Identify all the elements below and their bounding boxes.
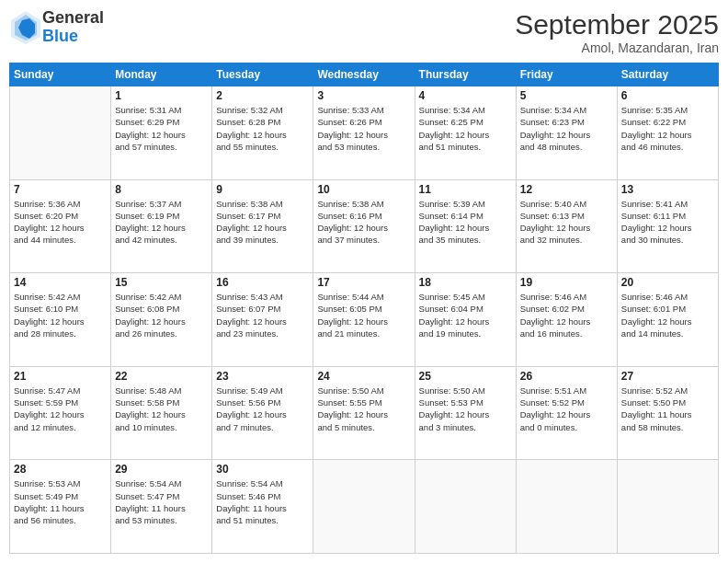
table-row: 14Sunrise: 5:42 AM Sunset: 6:10 PM Dayli… (10, 273, 111, 367)
table-row: 5Sunrise: 5:34 AM Sunset: 6:23 PM Daylig… (516, 86, 617, 180)
table-row: 25Sunrise: 5:50 AM Sunset: 5:53 PM Dayli… (415, 366, 516, 460)
header-monday: Monday (111, 63, 212, 86)
table-row: 18Sunrise: 5:45 AM Sunset: 6:04 PM Dayli… (415, 273, 516, 367)
day-info: Sunrise: 5:43 AM Sunset: 6:07 PM Dayligh… (216, 291, 309, 339)
table-row: 17Sunrise: 5:44 AM Sunset: 6:05 PM Dayli… (313, 273, 415, 367)
day-number: 29 (115, 463, 208, 476)
day-number: 19 (520, 276, 613, 289)
day-number: 1 (115, 89, 208, 102)
logo: General Blue (9, 9, 104, 46)
day-info: Sunrise: 5:37 AM Sunset: 6:19 PM Dayligh… (115, 198, 208, 247)
day-info: Sunrise: 5:52 AM Sunset: 5:50 PM Dayligh… (621, 385, 714, 433)
table-row: 20Sunrise: 5:46 AM Sunset: 6:01 PM Dayli… (617, 273, 718, 367)
day-info: Sunrise: 5:40 AM Sunset: 6:13 PM Dayligh… (520, 198, 613, 247)
logo-icon (9, 9, 42, 46)
table-row: 9Sunrise: 5:38 AM Sunset: 6:17 PM Daylig… (212, 179, 313, 273)
table-row: 27Sunrise: 5:52 AM Sunset: 5:50 PM Dayli… (617, 366, 718, 460)
day-number: 11 (419, 183, 512, 196)
day-number: 9 (216, 183, 309, 196)
day-info: Sunrise: 5:44 AM Sunset: 6:05 PM Dayligh… (317, 291, 410, 339)
logo-text: General Blue (42, 9, 104, 46)
day-number: 27 (621, 370, 714, 383)
table-row: 13Sunrise: 5:41 AM Sunset: 6:11 PM Dayli… (617, 179, 718, 273)
table-row: 24Sunrise: 5:50 AM Sunset: 5:55 PM Dayli… (313, 366, 415, 460)
table-row: 22Sunrise: 5:48 AM Sunset: 5:58 PM Dayli… (111, 366, 212, 460)
day-number: 7 (14, 183, 107, 196)
day-info: Sunrise: 5:42 AM Sunset: 6:10 PM Dayligh… (14, 291, 107, 339)
day-number: 30 (216, 463, 309, 476)
day-number: 18 (419, 276, 512, 289)
day-info: Sunrise: 5:45 AM Sunset: 6:04 PM Dayligh… (419, 291, 512, 339)
week-row-2: 7Sunrise: 5:36 AM Sunset: 6:20 PM Daylig… (10, 179, 719, 273)
day-info: Sunrise: 5:42 AM Sunset: 6:08 PM Dayligh… (115, 291, 208, 339)
day-number: 4 (419, 89, 512, 102)
month-title: September 2025 (515, 9, 719, 40)
day-info: Sunrise: 5:36 AM Sunset: 6:20 PM Dayligh… (14, 198, 107, 247)
table-row (10, 86, 111, 180)
logo-general: General (42, 9, 104, 28)
day-info: Sunrise: 5:54 AM Sunset: 5:47 PM Dayligh… (115, 477, 208, 526)
table-row: 6Sunrise: 5:35 AM Sunset: 6:22 PM Daylig… (617, 86, 718, 180)
table-row (415, 460, 516, 554)
day-info: Sunrise: 5:32 AM Sunset: 6:28 PM Dayligh… (216, 104, 309, 153)
day-info: Sunrise: 5:53 AM Sunset: 5:49 PM Dayligh… (14, 477, 107, 526)
day-info: Sunrise: 5:38 AM Sunset: 6:16 PM Dayligh… (317, 198, 410, 247)
page: General Blue September 2025 Amol, Mazand… (0, 0, 728, 563)
table-row: 26Sunrise: 5:51 AM Sunset: 5:52 PM Dayli… (516, 366, 617, 460)
day-number: 6 (621, 89, 714, 102)
day-info: Sunrise: 5:51 AM Sunset: 5:52 PM Dayligh… (520, 385, 613, 433)
header-wednesday: Wednesday (313, 63, 415, 86)
week-row-4: 21Sunrise: 5:47 AM Sunset: 5:59 PM Dayli… (10, 366, 719, 460)
day-info: Sunrise: 5:31 AM Sunset: 6:29 PM Dayligh… (115, 104, 208, 153)
title-block: September 2025 Amol, Mazandaran, Iran (515, 9, 719, 55)
day-number: 13 (621, 183, 714, 196)
table-row: 28Sunrise: 5:53 AM Sunset: 5:49 PM Dayli… (10, 460, 111, 554)
day-number: 26 (520, 370, 613, 383)
logo-blue: Blue (42, 28, 104, 46)
day-number: 2 (216, 89, 309, 102)
day-info: Sunrise: 5:46 AM Sunset: 6:02 PM Dayligh… (520, 291, 613, 339)
table-row: 4Sunrise: 5:34 AM Sunset: 6:25 PM Daylig… (415, 86, 516, 180)
day-info: Sunrise: 5:34 AM Sunset: 6:25 PM Dayligh… (419, 104, 512, 153)
day-number: 12 (520, 183, 613, 196)
day-number: 15 (115, 276, 208, 289)
table-row: 11Sunrise: 5:39 AM Sunset: 6:14 PM Dayli… (415, 179, 516, 273)
table-row: 8Sunrise: 5:37 AM Sunset: 6:19 PM Daylig… (111, 179, 212, 273)
day-info: Sunrise: 5:48 AM Sunset: 5:58 PM Dayligh… (115, 385, 208, 433)
header-thursday: Thursday (415, 63, 516, 86)
table-row: 2Sunrise: 5:32 AM Sunset: 6:28 PM Daylig… (212, 86, 313, 180)
day-number: 23 (216, 370, 309, 383)
header-tuesday: Tuesday (212, 63, 313, 86)
day-info: Sunrise: 5:50 AM Sunset: 5:53 PM Dayligh… (419, 385, 512, 433)
day-info: Sunrise: 5:47 AM Sunset: 5:59 PM Dayligh… (14, 385, 107, 433)
day-number: 5 (520, 89, 613, 102)
day-info: Sunrise: 5:35 AM Sunset: 6:22 PM Dayligh… (621, 104, 714, 153)
day-info: Sunrise: 5:41 AM Sunset: 6:11 PM Dayligh… (621, 198, 714, 247)
day-number: 24 (317, 370, 410, 383)
table-row: 23Sunrise: 5:49 AM Sunset: 5:56 PM Dayli… (212, 366, 313, 460)
table-row: 29Sunrise: 5:54 AM Sunset: 5:47 PM Dayli… (111, 460, 212, 554)
table-row (313, 460, 415, 554)
day-number: 25 (419, 370, 512, 383)
weekday-header-row: Sunday Monday Tuesday Wednesday Thursday… (10, 63, 719, 86)
table-row: 1Sunrise: 5:31 AM Sunset: 6:29 PM Daylig… (111, 86, 212, 180)
table-row: 10Sunrise: 5:38 AM Sunset: 6:16 PM Dayli… (313, 179, 415, 273)
table-row: 16Sunrise: 5:43 AM Sunset: 6:07 PM Dayli… (212, 273, 313, 367)
header-friday: Friday (516, 63, 617, 86)
day-number: 8 (115, 183, 208, 196)
table-row: 12Sunrise: 5:40 AM Sunset: 6:13 PM Dayli… (516, 179, 617, 273)
day-number: 21 (14, 370, 107, 383)
day-number: 14 (14, 276, 107, 289)
table-row: 15Sunrise: 5:42 AM Sunset: 6:08 PM Dayli… (111, 273, 212, 367)
table-row (617, 460, 718, 554)
day-number: 22 (115, 370, 208, 383)
day-info: Sunrise: 5:38 AM Sunset: 6:17 PM Dayligh… (216, 198, 309, 247)
week-row-3: 14Sunrise: 5:42 AM Sunset: 6:10 PM Dayli… (10, 273, 719, 367)
day-info: Sunrise: 5:50 AM Sunset: 5:55 PM Dayligh… (317, 385, 410, 433)
location-subtitle: Amol, Mazandaran, Iran (515, 40, 719, 55)
table-row: 19Sunrise: 5:46 AM Sunset: 6:02 PM Dayli… (516, 273, 617, 367)
header: General Blue September 2025 Amol, Mazand… (9, 9, 719, 55)
day-number: 3 (317, 89, 410, 102)
day-info: Sunrise: 5:49 AM Sunset: 5:56 PM Dayligh… (216, 385, 309, 433)
day-number: 20 (621, 276, 714, 289)
